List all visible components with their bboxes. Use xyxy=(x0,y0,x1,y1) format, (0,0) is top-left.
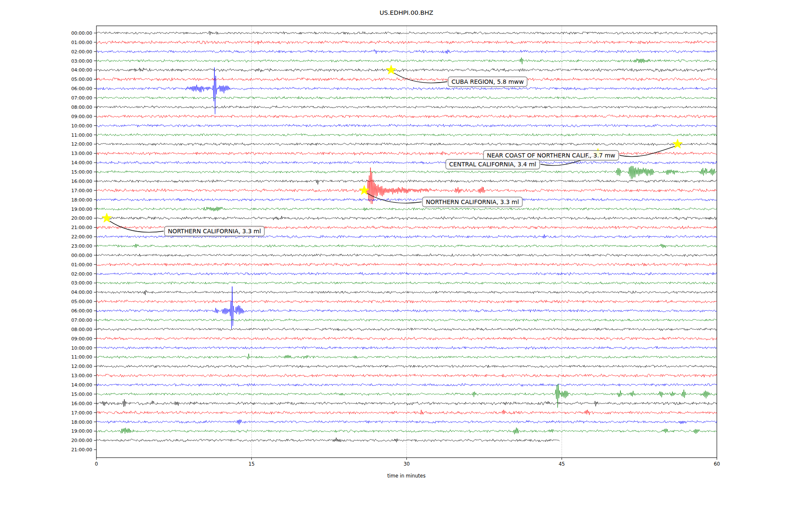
row-time-label: 09:00:00 xyxy=(71,336,92,342)
trace-row-32 xyxy=(96,328,717,331)
row-time-label: 06:00:00 xyxy=(71,86,92,91)
row-time-label: 18:00:00 xyxy=(71,197,92,203)
row-time-label: 13:00:00 xyxy=(71,151,92,156)
row-time-label: 00:00:00 xyxy=(71,253,92,258)
event-leader-line xyxy=(110,221,163,232)
x-tick-label: 0 xyxy=(95,461,98,467)
x-tick-label: 30 xyxy=(403,461,410,467)
trace-row-42 xyxy=(96,420,717,425)
row-time-label: 03:00:00 xyxy=(71,280,92,286)
event-boxes: CUBA REGION, 5.8 mwwNEAR COAST OF NORTHE… xyxy=(165,77,619,236)
event-star-icon xyxy=(386,65,396,75)
row-time-label: 17:00:00 xyxy=(71,188,92,193)
row-time-label: 19:00:00 xyxy=(71,207,92,212)
trace-row-17 xyxy=(96,168,717,204)
helicorder-plot: US.EDHPI.00.BHZ 01530456000:00:0001:00:0… xyxy=(0,0,812,508)
row-time-label: 14:00:00 xyxy=(71,382,92,388)
row-time-label: 15:00:00 xyxy=(71,392,92,397)
row-time-label: 18:00:00 xyxy=(71,420,92,425)
event-label-text: NORTHERN CALIFORNIA, 3.3 ml xyxy=(426,199,519,205)
trace-row-44 xyxy=(96,438,560,442)
row-time-label: 21:00:00 xyxy=(71,447,92,453)
row-time-label: 05:00:00 xyxy=(71,299,92,304)
row-time-label: 00:00:00 xyxy=(71,30,92,36)
row-time-label: 02:00:00 xyxy=(71,49,92,55)
row-time-label: 07:00:00 xyxy=(71,95,92,101)
event-label-text: NEAR COAST OF NORTHERN CALIF., 3.7 mw xyxy=(487,152,615,159)
row-time-label: 04:00:00 xyxy=(71,67,92,73)
event-leader-line xyxy=(394,73,447,83)
event-annotation: CUBA REGION, 5.8 mww xyxy=(448,77,527,87)
trace-row-8 xyxy=(96,106,717,109)
event-label-text: CUBA REGION, 5.8 mww xyxy=(452,78,524,85)
x-tick-label: 15 xyxy=(248,461,255,467)
row-time-label: 19:00:00 xyxy=(71,428,92,434)
row-time-label: 14:00:00 xyxy=(71,160,92,166)
chart-title: US.EDHPI.00.BHZ xyxy=(379,9,433,16)
row-time-label: 11:00:00 xyxy=(71,354,92,360)
x-tick-label: 45 xyxy=(559,461,565,467)
trace-row-26 xyxy=(96,272,717,275)
row-time-label: 15:00:00 xyxy=(71,169,92,175)
row-time-label: 20:00:00 xyxy=(71,438,92,443)
row-time-label: 08:00:00 xyxy=(71,105,92,110)
trace-row-39 xyxy=(96,384,717,408)
row-time-label: 13:00:00 xyxy=(71,373,92,378)
row-time-label: 02:00:00 xyxy=(71,271,92,277)
row-time-label: 11:00:00 xyxy=(71,133,92,138)
event-leader-line xyxy=(367,193,422,203)
row-time-label: 07:00:00 xyxy=(71,318,92,323)
row-time-label: 10:00:00 xyxy=(71,345,92,351)
row-time-label: 20:00:00 xyxy=(71,215,92,221)
event-annotation: NEAR COAST OF NORTHERN CALIF., 3.7 mw xyxy=(483,151,619,160)
event-leader-line xyxy=(620,146,675,156)
row-time-label: 03:00:00 xyxy=(71,58,92,64)
x-tick-label: 60 xyxy=(714,461,720,467)
row-time-label: 23:00:00 xyxy=(71,243,92,249)
row-time-label: 10:00:00 xyxy=(71,123,92,129)
event-annotation: NORTHERN CALIFORNIA, 3.3 ml xyxy=(165,226,264,236)
trace-row-7 xyxy=(96,97,717,99)
row-time-label: 08:00:00 xyxy=(71,327,92,332)
row-time-label: 06:00:00 xyxy=(71,308,92,314)
event-annotation: CENTRAL CALIFORNIA, 3.4 ml xyxy=(446,160,540,169)
row-time-label: 21:00:00 xyxy=(71,225,92,230)
row-time-label: 04:00:00 xyxy=(71,290,92,295)
event-label-text: NORTHERN CALIFORNIA, 3.3 ml xyxy=(168,228,261,235)
row-time-label: 16:00:00 xyxy=(71,401,92,406)
row-time-label: 05:00:00 xyxy=(71,77,92,82)
row-time-label: 01:00:00 xyxy=(71,262,92,268)
row-time-label: 16:00:00 xyxy=(71,179,92,184)
trace-row-27 xyxy=(96,282,717,284)
trace-row-28 xyxy=(96,290,717,295)
x-axis-title: time in minutes xyxy=(387,473,425,479)
event-star-icon xyxy=(102,213,112,222)
row-time-label: 09:00:00 xyxy=(71,114,92,119)
event-star-icon xyxy=(673,139,683,148)
event-label-text: CENTRAL CALIFORNIA, 3.4 ml xyxy=(449,161,536,168)
row-time-label: 12:00:00 xyxy=(71,364,92,369)
row-time-label: 01:00:00 xyxy=(71,40,92,45)
event-annotation: NORTHERN CALIFORNIA, 3.3 ml xyxy=(422,197,522,207)
row-time-label: 22:00:00 xyxy=(71,234,92,240)
row-time-label: 12:00:00 xyxy=(71,141,92,147)
row-time-label: 17:00:00 xyxy=(71,410,92,416)
